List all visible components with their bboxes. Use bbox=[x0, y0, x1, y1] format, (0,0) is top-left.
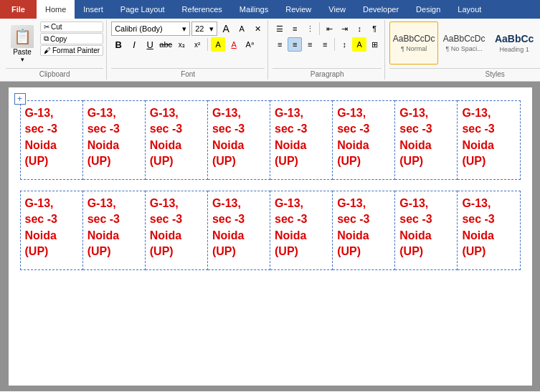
style-no-spacing-preview: AaBbCcDc bbox=[443, 34, 485, 44]
styles-content: AaBbCcDc ¶ Normal AaBbCcDc ¶ No Spaci...… bbox=[389, 21, 540, 67]
cell-text: G-13, sec -3 Noida (UP) bbox=[25, 196, 78, 260]
table-cell[interactable]: G-13, sec -3 Noida (UP) bbox=[207, 101, 270, 180]
underline-button[interactable]: U bbox=[143, 37, 157, 52]
change-case-button[interactable]: Aᵃ bbox=[242, 37, 257, 52]
format-painter-button[interactable]: 🖌 Format Painter bbox=[40, 45, 103, 56]
font-shrink-button[interactable]: A bbox=[235, 21, 249, 36]
copy-button[interactable]: ⧉ Copy bbox=[40, 33, 103, 44]
text-highlight-button[interactable]: A bbox=[211, 37, 225, 52]
clipboard-group: 📋 Paste ▾ ✂ Cut ⧉ Copy 🖌 Format Painter bbox=[3, 20, 107, 80]
decrease-indent-button[interactable]: ⇤ bbox=[322, 21, 336, 36]
style-heading1[interactable]: AaBbCc Heading 1 bbox=[490, 21, 539, 64]
table-cell[interactable]: G-13, sec -3 Noida (UP) bbox=[458, 101, 520, 180]
format-painter-icon: 🖌 bbox=[44, 47, 51, 54]
font-name-row: Calibri (Body) ▾ 22 ▾ A A ✕ bbox=[111, 21, 265, 36]
font-group-content: Calibri (Body) ▾ 22 ▾ A A ✕ B I U abc x₂… bbox=[111, 21, 265, 67]
style-no-spacing[interactable]: AaBbCcDc ¶ No Spaci... bbox=[440, 21, 488, 64]
table-cell[interactable]: G-13, sec -3 Noida (UP) bbox=[395, 191, 458, 270]
table-cell[interactable]: G-13, sec -3 Noida (UP) bbox=[333, 101, 395, 180]
table-row: G-13, sec -3 Noida (UP) G-13, sec -3 Noi… bbox=[20, 191, 520, 270]
paste-button[interactable]: 📋 Paste ▾ bbox=[6, 21, 39, 67]
align-center-button[interactable]: ≡ bbox=[288, 37, 302, 52]
document-area: + G-13, sec -3 Noida (UP) bbox=[0, 82, 540, 391]
cell-text: G-13, sec -3 Noida (UP) bbox=[25, 105, 78, 170]
clipboard-group-content: 📋 Paste ▾ ✂ Cut ⧉ Copy 🖌 Format Painter bbox=[6, 21, 103, 67]
bullets-button[interactable]: ☰ bbox=[273, 21, 287, 36]
table-cell[interactable]: G-13, sec -3 Noida (UP) bbox=[145, 191, 207, 270]
paste-dropdown-arrow[interactable]: ▾ bbox=[21, 56, 24, 63]
line-spacing-button[interactable]: ↕ bbox=[337, 37, 351, 52]
table-cell[interactable]: G-13, sec -3 Noida (UP) bbox=[20, 101, 82, 180]
style-heading1-preview: AaBbCc bbox=[495, 33, 534, 45]
style-normal-label: ¶ Normal bbox=[401, 45, 427, 52]
tab-page-layout[interactable]: Page Layout bbox=[112, 0, 174, 19]
cell-text: G-13, sec -3 Noida (UP) bbox=[462, 196, 515, 260]
table-cell[interactable]: G-13, sec -3 Noida (UP) bbox=[333, 191, 395, 270]
numbering-button[interactable]: ≡ bbox=[288, 21, 302, 36]
multilevel-list-button[interactable]: ⋮ bbox=[303, 21, 317, 36]
align-left-button[interactable]: ≡ bbox=[273, 37, 287, 52]
style-normal[interactable]: AaBbCcDc ¶ Normal bbox=[389, 21, 438, 64]
tab-insert[interactable]: Insert bbox=[75, 0, 112, 19]
cell-text: G-13, sec -3 Noida (UP) bbox=[212, 196, 265, 260]
table-cell[interactable]: G-13, sec -3 Noida (UP) bbox=[207, 191, 270, 270]
table-cell[interactable]: G-13, sec -3 Noida (UP) bbox=[458, 191, 520, 270]
font-size-selector[interactable]: 22 ▾ bbox=[191, 21, 217, 36]
font-group: Calibri (Body) ▾ 22 ▾ A A ✕ B I U abc x₂… bbox=[108, 20, 268, 80]
increase-indent-button[interactable]: ⇥ bbox=[337, 21, 351, 36]
document-table: G-13, sec -3 Noida (UP) G-13, sec -3 Noi… bbox=[20, 100, 521, 270]
align-right-button[interactable]: ≡ bbox=[303, 37, 317, 52]
table-container: G-13, sec -3 Noida (UP) G-13, sec -3 Noi… bbox=[20, 100, 521, 270]
tab-view[interactable]: View bbox=[320, 0, 354, 19]
cut-button[interactable]: ✂ Cut bbox=[40, 21, 103, 32]
separator bbox=[334, 38, 335, 51]
tab-references[interactable]: References bbox=[174, 0, 231, 19]
sort-button[interactable]: ↕ bbox=[352, 21, 366, 36]
font-name-selector[interactable]: Calibri (Body) ▾ bbox=[111, 21, 190, 36]
strikethrough-button[interactable]: abc bbox=[158, 37, 173, 52]
shading-button[interactable]: A bbox=[352, 37, 366, 52]
table-cell[interactable]: G-13, sec -3 Noida (UP) bbox=[395, 101, 458, 180]
bold-button[interactable]: B bbox=[111, 37, 125, 52]
tab-file[interactable]: File bbox=[0, 0, 37, 19]
borders-button[interactable]: ⊞ bbox=[367, 37, 382, 52]
font-size-arrow[interactable]: ▾ bbox=[209, 24, 214, 34]
subscript-button[interactable]: x₂ bbox=[174, 37, 189, 52]
table-cell[interactable]: G-13, sec -3 Noida (UP) bbox=[270, 191, 333, 270]
table-gap-row bbox=[20, 180, 520, 191]
italic-button[interactable]: I bbox=[127, 37, 141, 52]
table-cell[interactable]: G-13, sec -3 Noida (UP) bbox=[20, 191, 82, 270]
table-cell[interactable]: G-13, sec -3 Noida (UP) bbox=[82, 191, 145, 270]
font-grow-button[interactable]: A bbox=[219, 21, 233, 36]
tab-layout[interactable]: Layout bbox=[449, 0, 490, 19]
tab-home[interactable]: Home bbox=[37, 0, 75, 19]
cell-text: G-13, sec -3 Noida (UP) bbox=[150, 105, 203, 170]
table-cell[interactable]: G-13, sec -3 Noida (UP) bbox=[270, 101, 333, 180]
table-cell[interactable]: G-13, sec -3 Noida (UP) bbox=[145, 101, 207, 180]
style-normal-preview: AaBbCcDc bbox=[393, 34, 435, 44]
table-cell[interactable]: G-13, sec -3 Noida (UP) bbox=[82, 101, 145, 180]
clear-formatting-button[interactable]: ✕ bbox=[250, 21, 265, 36]
document-page[interactable]: + G-13, sec -3 Noida (UP) bbox=[9, 87, 532, 386]
font-name-arrow[interactable]: ▾ bbox=[182, 24, 186, 34]
superscript-button[interactable]: x² bbox=[190, 37, 204, 52]
cell-text: G-13, sec -3 Noida (UP) bbox=[337, 105, 390, 170]
cell-text: G-13, sec -3 Noida (UP) bbox=[275, 105, 328, 170]
font-color-button[interactable]: A bbox=[227, 37, 241, 52]
paste-icon: 📋 bbox=[11, 25, 34, 48]
copy-icon: ⧉ bbox=[44, 34, 49, 43]
ribbon-tabs: File Home Insert Page Layout References … bbox=[0, 0, 540, 19]
show-formatting-button[interactable]: ¶ bbox=[367, 21, 382, 36]
tab-design[interactable]: Design bbox=[407, 0, 449, 19]
tab-review[interactable]: Review bbox=[277, 0, 320, 19]
justify-button[interactable]: ≡ bbox=[318, 37, 332, 52]
cell-text: G-13, sec -3 Noida (UP) bbox=[337, 196, 390, 260]
table-row: G-13, sec -3 Noida (UP) G-13, sec -3 Noi… bbox=[20, 101, 520, 180]
add-table-icon[interactable]: + bbox=[14, 93, 26, 105]
style-heading1-label: Heading 1 bbox=[500, 46, 529, 53]
cell-text: G-13, sec -3 Noida (UP) bbox=[275, 196, 328, 260]
tab-developer[interactable]: Developer bbox=[354, 0, 407, 19]
cell-text: G-13, sec -3 Noida (UP) bbox=[399, 196, 453, 260]
tab-mailings[interactable]: Mailings bbox=[231, 0, 277, 19]
cut-icon: ✂ bbox=[44, 23, 49, 31]
